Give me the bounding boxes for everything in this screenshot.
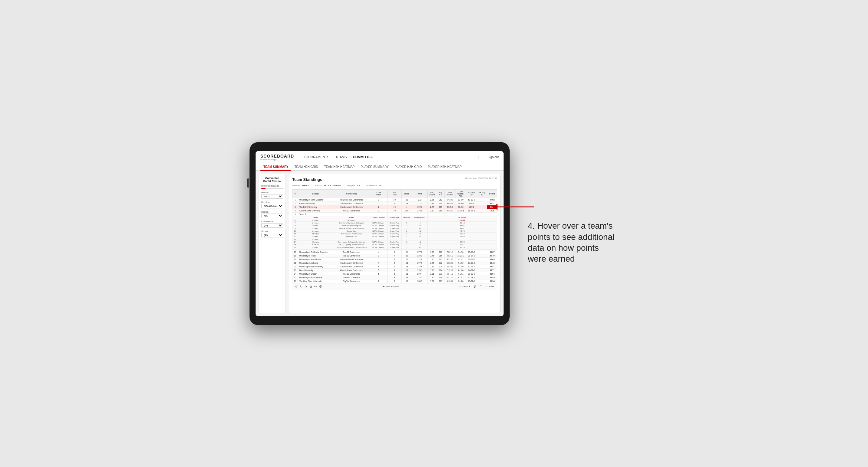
share-button[interactable]: ↗ Share <box>486 285 494 288</box>
view-label: View: Original <box>385 285 399 288</box>
copy-icon[interactable]: ⧉ <box>310 285 312 288</box>
filter-region: Region: All <box>347 184 360 187</box>
expanded-row: 8 Univers... Amer Art Intercollegiate NC… <box>292 224 497 227</box>
col-avg-sg: Avg.SG <box>437 189 444 198</box>
nav-committee[interactable]: COMMITTEE <box>353 155 373 159</box>
undo-icon[interactable]: ↺ <box>295 285 298 288</box>
bottom-toolbar: ↺ ↻ ⟳ ⧉ ✏ ⏱ 👁 View: Original <box>292 283 497 290</box>
col-wins: Wins <box>412 189 428 198</box>
col-school: School <box>298 189 333 198</box>
expanded-row: 15 East Tei OFCC Fighting Illini Invitat… <box>292 243 497 246</box>
watch-button[interactable]: 👁 Watch ▾ <box>459 285 470 288</box>
table-row[interactable]: 24 University of Oregon Pac-12 Conferenc… <box>292 272 497 276</box>
sidebar-section-school: School (All) <box>261 230 283 238</box>
table-row[interactable]: 26 The Ohio State University Big Ten Con… <box>292 279 497 283</box>
edit-icon[interactable]: ✏ <box>314 285 317 288</box>
table-row[interactable]: 19 University of Texas Big 12 Conference… <box>292 254 497 257</box>
table-row[interactable]: 5 Texas T... <box>292 212 497 216</box>
expanded-row: 10 Univers... Copper Cup NCAA Division I… <box>292 229 497 232</box>
tab-player-summary[interactable]: PLAYER SUMMARY <box>358 163 392 171</box>
logo-area: SCOREBOARD Powered by clipp <box>260 154 294 161</box>
nav-teams[interactable]: TEAMS <box>335 155 347 159</box>
table-row[interactable]: 2 Auburn University Southeastern Confere… <box>292 201 497 205</box>
col-rnds: Rnds <box>401 189 412 198</box>
watch-icon: 👁 <box>459 285 461 288</box>
table-row[interactable]: 25 University of North Florida ASUN Conf… <box>292 276 497 279</box>
sub-nav: TEAM SUMMARY TEAM H2H GRID TEAM H2H HEAT… <box>255 163 503 171</box>
tab-team-summary[interactable]: TEAM SUMMARY <box>260 163 291 171</box>
table-row-highlighted[interactable]: 3 Vanderbilt University Southeastern Con… <box>292 205 497 209</box>
table-row[interactable]: 4 Arizona State University Pac-12 Confer… <box>292 209 497 212</box>
svg-marker-1 <box>492 204 497 210</box>
sidebar-title: Committee Portal Review <box>261 177 283 183</box>
gender-select[interactable]: Men's <box>261 194 283 199</box>
expanded-row: 16 Univers... 2023 Sahalee Players Champ… <box>292 246 497 249</box>
conference-select[interactable]: (All) <box>261 223 283 228</box>
refresh-icon[interactable]: ⟳ <box>305 285 307 288</box>
sidebar-section-region: Region N/A <box>261 211 283 218</box>
nav-tournaments[interactable]: TOURNAMENTS <box>304 155 329 159</box>
gender-label: Gender <box>261 191 283 194</box>
col-vs-top50: Vs Top50 <box>477 189 487 198</box>
table-row[interactable]: 23 Duke University Atlantic Coast Confer… <box>292 268 497 272</box>
tablet-screen: SCOREBOARD Powered by clipp TOURNAMENTS … <box>255 151 503 316</box>
col-conference: Conference <box>333 189 370 198</box>
school-label: School <box>261 230 283 232</box>
division-label: Division <box>261 201 283 203</box>
main-panel: Team Standings Update time: 13/03/2024 1… <box>289 174 500 313</box>
table-row[interactable]: 1 University of North Carolina Atlantic … <box>292 198 497 201</box>
sign-out-separator: | <box>478 155 479 159</box>
expanded-row: 13 Univers... <box>292 238 497 241</box>
filter-conference: Conference: All <box>365 184 382 187</box>
expanded-row: 12 Univers... Williams Cup NCAA Division… <box>292 235 497 238</box>
nav-items: TOURNAMENTS TEAMS COMMITTEE <box>304 155 471 159</box>
col-adj-score: Adj.Score <box>427 189 437 198</box>
red-arrow-svg <box>492 203 540 211</box>
sidebar-section-division: Division NCAA Division I <box>261 201 283 208</box>
clock-icon[interactable]: ⏱ <box>319 285 322 288</box>
redo-icon[interactable]: ↻ <box>300 285 303 288</box>
toolbar-right: 👁 Watch ▾ 💬 ⛶ ↗ Share <box>459 285 494 288</box>
comment-button[interactable]: 💬 <box>474 285 476 288</box>
expanded-row: 6 Univers... University 130.63 <box>292 219 497 221</box>
min-rounds-slider-track[interactable] <box>261 188 283 189</box>
col-no-tour: NoTour <box>388 189 401 198</box>
expanded-row: 11 Florida I The Cypress Point Classic N… <box>292 232 497 235</box>
region-label: Region <box>261 211 283 213</box>
toolbar-left: ↺ ↻ ⟳ ⧉ ✏ ⏱ <box>295 285 322 288</box>
conference-label: Conference <box>261 220 283 223</box>
school-select[interactable]: (All) <box>261 233 283 238</box>
table-row[interactable]: 21 University of Alabama Southeastern Co… <box>292 261 497 264</box>
table-row[interactable]: 22 Mississippi State University Southeas… <box>292 264 497 268</box>
fullscreen-button[interactable]: ⛶ <box>480 285 482 288</box>
region-select[interactable]: N/A <box>261 214 283 218</box>
view-icon: 👁 <box>382 285 385 288</box>
view-original-control[interactable]: 👁 View: Original <box>382 285 399 288</box>
table-row[interactable]: 20 University of New Mexico Mountain Wes… <box>292 257 497 261</box>
chevron-down-icon: ▾ <box>469 285 470 288</box>
col-vs-top25: Vs Top25 <box>466 189 477 198</box>
share-icon: ↗ <box>486 285 488 288</box>
col-conf-rank: ConfRank <box>370 189 388 198</box>
slider-fill <box>261 188 266 189</box>
sign-out-button[interactable]: Sign out <box>488 155 499 159</box>
main-content: Committee Portal Review Minimum Rounds G… <box>255 171 503 316</box>
expanded-row: 14 Georgia Ben Hogan Collegiate Invitati… <box>292 241 497 243</box>
division-select[interactable]: NCAA Division I <box>261 204 283 208</box>
tab-player-h2h-heatmap[interactable]: PLAYER H2H HEATMAP <box>425 163 465 171</box>
app-header: SCOREBOARD Powered by clipp TOURNAMENTS … <box>255 151 503 163</box>
arrow-row <box>492 203 540 211</box>
expanded-row: 9 Univers... National Invitational Tourn… <box>292 227 497 229</box>
table-row[interactable]: 18 University of California, Berkeley Pa… <box>292 250 497 254</box>
annotation-text: 4. Hover over a team's points to see add… <box>528 220 619 264</box>
tab-team-h2h-heatmap[interactable]: TEAM H2H HEATMAP <box>321 163 358 171</box>
col-low-overall: LowOverallAdj. <box>455 189 466 198</box>
page-wrapper: SCOREBOARD Powered by clipp TOURNAMENTS … <box>12 142 856 325</box>
sidebar-section-conference: Conference (All) <box>261 220 283 228</box>
expanded-row: 7 Univers... Southern Highlands Collegia… <box>292 221 497 224</box>
filters-row: Gender: Men's Division: NCAA Division I … <box>292 184 497 187</box>
tab-team-h2h-grid[interactable]: TEAM H2H GRID <box>291 163 321 171</box>
tablet-side-button <box>247 179 249 188</box>
tablet-frame: SCOREBOARD Powered by clipp TOURNAMENTS … <box>249 142 509 325</box>
tab-player-h2h-grid[interactable]: PLAYER H2H GRID <box>392 163 425 171</box>
